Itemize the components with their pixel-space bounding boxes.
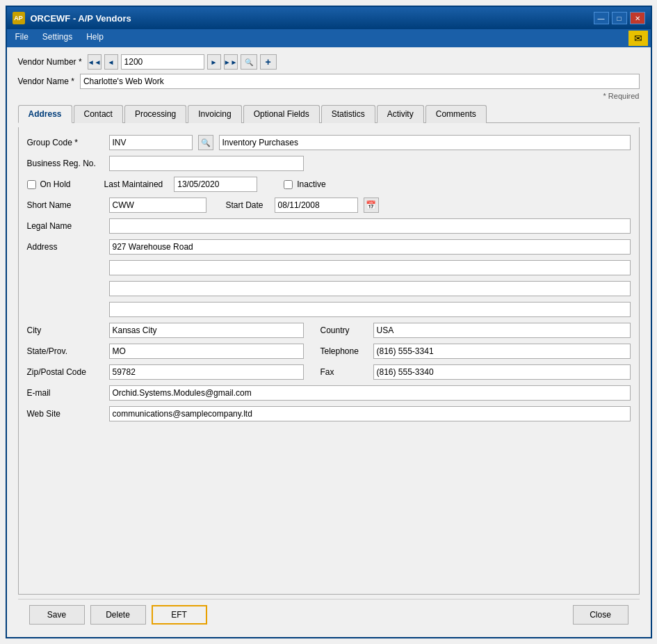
- tab-processing[interactable]: Processing: [124, 105, 186, 123]
- menu-file[interactable]: File: [10, 31, 34, 46]
- address-line3-input[interactable]: [109, 281, 631, 296]
- state-input[interactable]: [109, 344, 304, 359]
- city-label: City: [27, 325, 104, 335]
- maximize-button[interactable]: □: [612, 12, 627, 24]
- telephone-input[interactable]: [373, 344, 631, 359]
- tab-statistics[interactable]: Statistics: [321, 105, 375, 123]
- vendor-number-input[interactable]: [121, 54, 204, 70]
- on-hold-label: On Hold: [40, 179, 71, 189]
- telephone-label: Telephone: [321, 346, 362, 356]
- business-reg-label: Business Reg. No.: [27, 159, 104, 168]
- country-label: Country: [321, 325, 362, 335]
- address-row4: [27, 301, 631, 318]
- tabs-container: Address Contact Processing Invoicing Opt…: [18, 104, 640, 123]
- vendor-number-row: Vendor Number ◄◄ ◄ ► ►► 🔍 +: [18, 54, 640, 70]
- nav-last-button[interactable]: ►►: [224, 54, 238, 70]
- business-reg-row: Business Reg. No.: [27, 155, 631, 172]
- title-bar: AP ORCEWF - A/P Vendors — □ ✕: [7, 7, 651, 29]
- fax-label: Fax: [321, 367, 362, 377]
- city-input[interactable]: [109, 323, 304, 338]
- app-icon: AP: [13, 12, 25, 24]
- email-label: E-mail: [27, 388, 104, 398]
- city-country-row: City Country: [27, 322, 631, 339]
- window-controls: — □ ✕: [594, 12, 645, 24]
- required-note: * Required: [18, 92, 640, 100]
- zip-input[interactable]: [109, 364, 304, 380]
- start-date-input[interactable]: [275, 198, 358, 213]
- inactive-checkbox-row: Inactive: [284, 179, 325, 189]
- website-label: Web Site: [27, 409, 104, 419]
- inactive-label: Inactive: [297, 179, 325, 189]
- group-code-label: Group Code *: [27, 138, 104, 147]
- tab-invoicing[interactable]: Invoicing: [188, 105, 241, 123]
- delete-button[interactable]: Delete: [90, 605, 146, 625]
- menu-bar: File Settings Help ✉: [7, 29, 651, 47]
- calendar-button[interactable]: 📅: [364, 198, 379, 213]
- vendor-name-label: Vendor Name: [18, 77, 74, 86]
- menu-settings[interactable]: Settings: [37, 31, 78, 46]
- fax-input[interactable]: [373, 364, 631, 380]
- zip-label: Zip/Postal Code: [27, 367, 104, 377]
- start-date-label: Start Date: [226, 200, 263, 210]
- tab-content-address: Group Code * 🔍 Business Reg. No. On Hold…: [18, 127, 640, 595]
- short-name-label: Short Name: [27, 200, 104, 210]
- website-input[interactable]: [109, 406, 631, 421]
- address-line4-input[interactable]: [109, 302, 631, 317]
- email-icon[interactable]: ✉: [628, 31, 648, 46]
- address-row3: [27, 280, 631, 297]
- nav-controls: ◄◄ ◄ ► ►► 🔍 +: [88, 54, 277, 70]
- group-code-search-button[interactable]: 🔍: [198, 135, 213, 150]
- tab-activity[interactable]: Activity: [377, 105, 424, 123]
- address-row1: Address: [27, 239, 631, 255]
- website-row: Web Site: [27, 405, 631, 422]
- bottom-bar: Save Delete EFT Close: [18, 599, 640, 630]
- short-name-input[interactable]: [109, 198, 206, 213]
- vendor-name-row: Vendor Name: [18, 74, 640, 89]
- tab-optional-fields[interactable]: Optional Fields: [243, 105, 320, 123]
- business-reg-input[interactable]: [109, 156, 304, 171]
- legal-name-row: Legal Name: [27, 218, 631, 234]
- tab-address[interactable]: Address: [18, 105, 72, 123]
- legal-name-input[interactable]: [109, 218, 631, 234]
- zip-fax-row: Zip/Postal Code Fax: [27, 364, 631, 380]
- email-row: E-mail: [27, 385, 631, 401]
- nav-first-button[interactable]: ◄◄: [88, 54, 102, 70]
- eft-button[interactable]: EFT: [152, 605, 207, 625]
- on-hold-checkbox[interactable]: [27, 180, 36, 189]
- address-row2: [27, 259, 631, 276]
- group-code-row: Group Code * 🔍: [27, 134, 631, 151]
- group-code-input[interactable]: [109, 135, 193, 150]
- vendor-name-input[interactable]: [80, 74, 640, 89]
- last-maintained-label: Last Maintained: [104, 179, 163, 189]
- close-window-button[interactable]: ✕: [630, 12, 645, 24]
- state-label: State/Prov.: [27, 346, 104, 356]
- email-input[interactable]: [109, 385, 631, 401]
- short-name-row: Short Name Start Date 📅: [27, 197, 631, 214]
- add-vendor-button[interactable]: +: [260, 54, 277, 70]
- address-line1-input[interactable]: [109, 239, 631, 255]
- group-code-desc-input[interactable]: [219, 135, 631, 150]
- last-maintained-input[interactable]: [174, 177, 257, 192]
- main-window: AP ORCEWF - A/P Vendors — □ ✕ File Setti…: [6, 6, 652, 638]
- vendor-number-label: Vendor Number: [18, 57, 82, 67]
- search-vendor-button[interactable]: 🔍: [241, 54, 257, 70]
- window-title: ORCEWF - A/P Vendors: [31, 13, 594, 24]
- legal-name-label: Legal Name: [27, 221, 104, 231]
- tab-comments[interactable]: Comments: [425, 105, 487, 123]
- minimize-button[interactable]: —: [594, 12, 609, 24]
- state-telephone-row: State/Prov. Telephone: [27, 343, 631, 360]
- tab-contact[interactable]: Contact: [74, 105, 123, 123]
- content-area: Vendor Number ◄◄ ◄ ► ►► 🔍 + Vendor Name …: [7, 47, 651, 637]
- on-hold-row: On Hold Last Maintained Inactive: [27, 176, 631, 193]
- inactive-checkbox[interactable]: [284, 180, 293, 189]
- nav-prev-button[interactable]: ◄: [104, 54, 118, 70]
- menu-help[interactable]: Help: [81, 31, 109, 46]
- close-button[interactable]: Close: [573, 605, 628, 625]
- nav-next-button[interactable]: ►: [207, 54, 221, 70]
- country-input[interactable]: [373, 323, 631, 338]
- address-label: Address: [27, 242, 104, 252]
- save-button[interactable]: Save: [29, 605, 85, 625]
- address-line2-input[interactable]: [109, 260, 631, 275]
- on-hold-checkbox-row: On Hold: [27, 179, 71, 189]
